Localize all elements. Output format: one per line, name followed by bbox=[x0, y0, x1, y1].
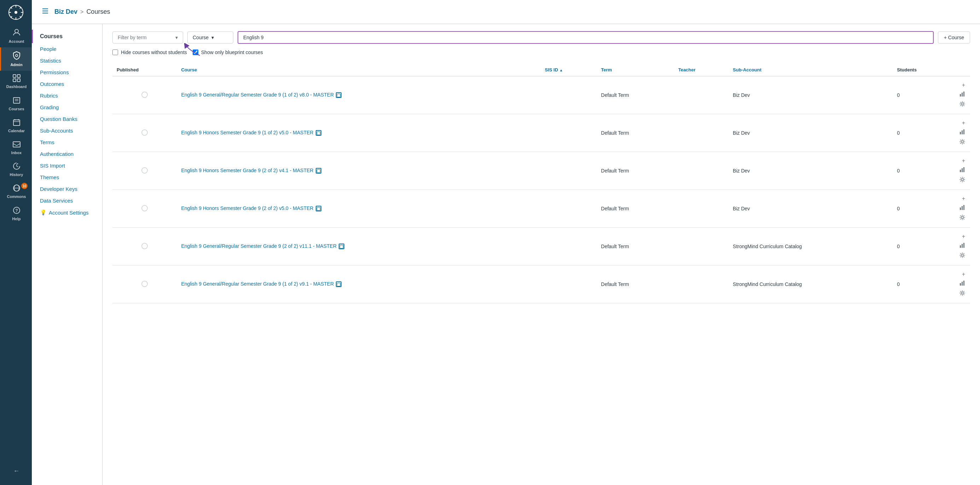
sidebar-item-terms[interactable]: Terms bbox=[32, 137, 102, 148]
hamburger-button[interactable] bbox=[40, 6, 50, 17]
settings-button[interactable] bbox=[959, 138, 966, 147]
settings-button[interactable] bbox=[959, 214, 966, 223]
course-link-2[interactable]: English 9 Honors Semester Grade 9 (2 of … bbox=[181, 167, 313, 173]
course-link-0[interactable]: English 9 General/Regular Semester Grade… bbox=[181, 92, 334, 97]
sidebar-item-outcomes[interactable]: Outcomes bbox=[32, 78, 102, 90]
type-filter[interactable]: Course ▾ bbox=[188, 32, 233, 43]
course-search-input[interactable] bbox=[237, 31, 934, 44]
sidebar-item-sis-import[interactable]: SIS Import bbox=[32, 160, 102, 172]
calendar-icon bbox=[13, 118, 21, 127]
course-link-5[interactable]: English 9 General/Regular Semester Grade… bbox=[181, 281, 334, 287]
sidebar-item-permissions[interactable]: Permissions bbox=[32, 67, 102, 78]
sidebar-item-grading[interactable]: Grading bbox=[32, 102, 102, 113]
row-4-course: English 9 General/Regular Semester Grade… bbox=[177, 227, 541, 266]
sidebar-item-developer-keys[interactable]: Developer Keys bbox=[32, 183, 102, 195]
col-header-course[interactable]: Course bbox=[177, 64, 541, 76]
add-enrollments-button[interactable]: + bbox=[961, 157, 966, 165]
col-header-sub-account[interactable]: Sub-Account bbox=[729, 64, 892, 76]
statistics-button[interactable] bbox=[959, 280, 966, 288]
row-1-published bbox=[113, 114, 177, 152]
statistics-button[interactable] bbox=[959, 242, 966, 250]
add-enrollments-button[interactable]: + bbox=[961, 119, 966, 127]
breadcrumb-link[interactable]: Biz Dev bbox=[54, 8, 78, 16]
row-3-sub-account: Biz Dev bbox=[729, 190, 892, 227]
add-enrollments-button[interactable]: + bbox=[961, 232, 966, 240]
row-actions: + bbox=[957, 232, 966, 260]
svg-point-46 bbox=[142, 205, 148, 211]
course-link-3[interactable]: English 9 Honors Semester Grade 9 (2 of … bbox=[181, 205, 313, 211]
col-header-term[interactable]: Term bbox=[597, 64, 674, 76]
svg-point-36 bbox=[142, 130, 148, 135]
svg-rect-52 bbox=[960, 245, 961, 248]
show-blueprint-checkbox[interactable] bbox=[192, 49, 198, 55]
svg-rect-34 bbox=[963, 92, 964, 97]
statistics-icon bbox=[959, 280, 965, 286]
row-1-actions: + bbox=[953, 114, 970, 152]
svg-point-40 bbox=[961, 141, 963, 143]
blueprint-icon bbox=[316, 168, 321, 173]
sidebar-item-courses[interactable]: Courses bbox=[32, 30, 102, 43]
term-filter[interactable]: Filter by term ▾ bbox=[113, 32, 183, 43]
course-link-4[interactable]: English 9 General/Regular Semester Grade… bbox=[181, 243, 337, 249]
sidebar-item-themes[interactable]: Themes bbox=[32, 172, 102, 183]
show-blueprint-checkbox-label[interactable]: Show only blueprint courses bbox=[192, 49, 263, 55]
hide-without-students-checkbox[interactable] bbox=[113, 49, 118, 55]
statistics-icon bbox=[959, 205, 965, 210]
sidebar-item-sub-accounts[interactable]: Sub-Accounts bbox=[32, 125, 102, 137]
blueprint-icon bbox=[316, 206, 321, 211]
col-header-published: Published bbox=[113, 64, 177, 76]
hide-without-students-checkbox-label[interactable]: Hide courses without students bbox=[113, 49, 187, 55]
nav-item-commons[interactable]: 10 Commons bbox=[0, 181, 32, 202]
published-icon bbox=[142, 205, 148, 211]
sidebar-item-data-services[interactable]: Data Services bbox=[32, 195, 102, 207]
add-course-button[interactable]: + Course bbox=[938, 32, 970, 43]
blueprint-icon bbox=[336, 92, 342, 98]
nav-item-account[interactable]: Account bbox=[0, 25, 32, 48]
row-5-term: Default Term bbox=[597, 266, 674, 303]
sidebar-item-rubrics[interactable]: Rubrics bbox=[32, 90, 102, 102]
col-header-teacher[interactable]: Teacher bbox=[674, 64, 728, 76]
svg-point-56 bbox=[142, 281, 148, 287]
collapse-icon: ← bbox=[13, 468, 20, 474]
sidebar-item-statistics[interactable]: Statistics bbox=[32, 55, 102, 67]
svg-point-11 bbox=[16, 54, 18, 57]
sidebar-item-authentication[interactable]: Authentication bbox=[32, 148, 102, 160]
left-navigation: Account Admin Dashboard bbox=[0, 0, 32, 485]
settings-button[interactable] bbox=[959, 176, 966, 184]
add-enrollments-button[interactable]: + bbox=[961, 81, 966, 89]
nav-item-courses[interactable]: Courses bbox=[0, 93, 32, 115]
nav-item-help[interactable]: ? Help bbox=[0, 203, 32, 225]
settings-button[interactable] bbox=[959, 252, 966, 260]
table-row: English 9 Honors Semester Grade 9 (1 of … bbox=[113, 114, 970, 152]
course-link-1[interactable]: English 9 Honors Semester Grade 9 (1 of … bbox=[181, 130, 313, 135]
nav-item-dashboard[interactable]: Dashboard bbox=[0, 71, 32, 92]
settings-button[interactable] bbox=[959, 100, 966, 109]
col-header-sis-id[interactable]: SIS ID ▲ bbox=[541, 64, 597, 76]
nav-item-admin[interactable]: Admin bbox=[0, 48, 32, 71]
add-enrollments-button[interactable]: + bbox=[961, 195, 966, 202]
nav-item-collapse[interactable]: ← bbox=[0, 460, 32, 482]
add-enrollments-button[interactable]: + bbox=[961, 270, 966, 278]
statistics-icon bbox=[959, 129, 965, 135]
statistics-button[interactable] bbox=[959, 166, 966, 175]
svg-point-31 bbox=[142, 92, 148, 97]
nav-item-calendar[interactable]: Calendar bbox=[0, 115, 32, 137]
sidebar-item-people[interactable]: People bbox=[32, 43, 102, 55]
admin-icon bbox=[12, 51, 21, 62]
page-content: Filter by term ▾ Course ▾ + Course Hide … bbox=[102, 24, 980, 485]
sidebar-item-question-banks[interactable]: Question Banks bbox=[32, 113, 102, 125]
nav-item-inbox[interactable]: Inbox bbox=[0, 137, 32, 159]
published-icon bbox=[142, 92, 148, 98]
row-5-sub-account: StrongMind Curriculum Catalog bbox=[729, 266, 892, 303]
statistics-button[interactable] bbox=[959, 204, 966, 213]
svg-point-1 bbox=[14, 11, 18, 14]
nav-item-history[interactable]: History bbox=[0, 159, 32, 181]
row-2-sis-id bbox=[541, 152, 597, 190]
statistics-button[interactable] bbox=[959, 91, 966, 99]
sort-arrow-icon: ▲ bbox=[559, 68, 563, 72]
svg-line-6 bbox=[11, 7, 12, 8]
settings-button[interactable] bbox=[959, 289, 966, 298]
statistics-button[interactable] bbox=[959, 128, 966, 137]
svg-point-60 bbox=[961, 292, 963, 294]
sidebar-item-account-settings[interactable]: 💡 Account Settings bbox=[32, 207, 102, 218]
